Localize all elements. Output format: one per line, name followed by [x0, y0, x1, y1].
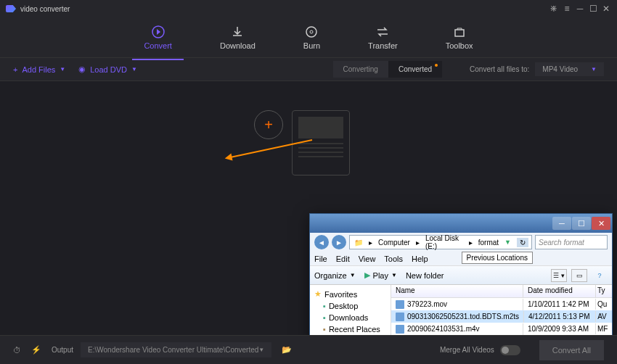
sidebar-desktop[interactable]: ▪Desktop [311, 300, 389, 312]
file-name: 090313062505231.tod.BDTS.m2ts [407, 313, 519, 320]
crumb[interactable]: Computer [377, 239, 412, 247]
logo-icon [6, 5, 16, 12]
crumb[interactable]: Local Disk (E:) [424, 234, 465, 250]
maximize-icon[interactable]: ☐ [588, 4, 598, 14]
chevron-down-icon: ▼ [131, 66, 137, 73]
file-type: MF [596, 323, 612, 334]
app-title: video converter [20, 5, 70, 13]
merge-label: Merge All Videos [440, 346, 494, 354]
tab-converted[interactable]: Converted [388, 61, 442, 78]
nav-label: Burn [303, 41, 320, 50]
minimize-icon[interactable]: ─ [552, 217, 571, 230]
close-icon[interactable]: ✕ [592, 217, 610, 230]
file-type: Qu [596, 299, 612, 310]
file-icon [396, 300, 404, 309]
folder-open-icon[interactable]: 📂 [282, 345, 292, 355]
add-circle-button[interactable]: + [254, 110, 283, 139]
disc-icon [305, 25, 318, 38]
sidebar-recent[interactable]: ▪Recent Places [311, 323, 389, 335]
menu-help[interactable]: Help [412, 255, 428, 263]
clock-icon[interactable]: ⏱ [13, 346, 21, 355]
nav-download[interactable]: Download [214, 22, 261, 53]
file-icon [396, 325, 404, 334]
address-bar[interactable]: 📁 ▸ Computer ▸ Local Disk (E:) ▸ format … [349, 235, 532, 249]
file-date: 4/12/2011 5:13 PM [524, 311, 596, 322]
svg-point-1 [306, 27, 316, 37]
download-icon [231, 25, 244, 38]
nav-label: Convert [144, 41, 172, 50]
col-name[interactable]: Name [391, 285, 523, 297]
list-header: Name Date modified Ty [391, 285, 612, 298]
explorer-titlebar: ─ ☐ ✕ [310, 214, 612, 233]
nav-toolbox[interactable]: Toolbox [440, 22, 479, 53]
file-name: 20090624103531.m4v [407, 325, 480, 333]
output-section: Output E:\Wondershare Video Converter Ul… [52, 342, 271, 357]
file-row[interactable]: 090313062505231.tod.BDTS.m2ts4/12/2011 5… [391, 310, 612, 323]
tab-converting[interactable]: Converting [333, 61, 388, 78]
app-logo: video converter [6, 5, 70, 13]
convert-all-button[interactable]: Convert All [539, 340, 604, 360]
nav-label: Toolbox [446, 41, 473, 50]
bottom-bar: ⏱ ⚡ Output E:\Wondershare Video Converte… [0, 335, 617, 364]
file-type: AV [596, 311, 612, 322]
close-icon[interactable]: ✕ [601, 4, 611, 14]
play-icon [152, 25, 165, 38]
view-mode-button[interactable]: ☰ ▾ [551, 269, 567, 282]
speed-icon[interactable]: ⚡ [31, 345, 41, 355]
file-row[interactable]: 379223.mov1/10/2011 1:42 PMQu [391, 298, 612, 310]
nav-burn[interactable]: Burn [298, 22, 326, 53]
previous-locations-tooltip: Previous Locations [462, 252, 534, 264]
search-input[interactable]: Search format [535, 235, 608, 249]
add-files-button[interactable]: + Add Files ▼ [13, 65, 65, 74]
chevron-down-icon: ▼ [258, 347, 264, 353]
maximize-icon[interactable]: ☐ [572, 217, 591, 230]
disc-small-icon: ◉ [78, 65, 86, 74]
output-path-input[interactable]: E:\Wondershare Video Converter Ultimate\… [81, 342, 271, 357]
nav-label: Transfer [368, 41, 398, 50]
col-type[interactable]: Ty [596, 285, 612, 297]
toolbar: + Add Files ▼ ◉ Load DVD ▼ Converting Co… [0, 58, 617, 81]
settings-icon[interactable]: ≡ [562, 4, 572, 14]
menu-file[interactable]: File [314, 255, 327, 263]
menu-edit[interactable]: Edit [336, 255, 350, 263]
empty-placeholder: + [254, 110, 350, 175]
new-folder-button[interactable]: New folder [406, 271, 444, 280]
forward-button[interactable]: ► [332, 235, 346, 249]
explorer-window-controls: ─ ☐ ✕ [552, 217, 610, 230]
favorites-header[interactable]: ★Favorites [311, 288, 389, 300]
chevron-down-icon: ▼ [60, 66, 65, 73]
menu-tools[interactable]: Tools [384, 255, 403, 263]
help-icon[interactable]: ? [592, 269, 608, 282]
nav-transfer[interactable]: Transfer [362, 22, 404, 53]
nav-convert[interactable]: Convert [138, 22, 178, 53]
organize-button[interactable]: Organize ▼ [314, 271, 356, 280]
load-dvd-button[interactable]: ◉ Load DVD ▼ [78, 65, 137, 74]
col-date[interactable]: Date modified [523, 285, 596, 297]
play-button[interactable]: ▶ Play ▼ [364, 270, 397, 280]
dropdown-icon[interactable]: ▼ [503, 239, 512, 246]
add-files-label: Add Files [22, 65, 55, 74]
window-controls: ⛯ ≡ ─ ☐ ✕ [549, 4, 611, 14]
main-nav: Convert Download Burn Transfer Toolbox [0, 17, 617, 58]
plus-icon: + [13, 65, 17, 74]
sidebar-downloads[interactable]: ▪Downloads [311, 312, 389, 323]
merge-toggle[interactable] [500, 345, 520, 355]
format-select[interactable]: MP4 Video ▼ [535, 62, 604, 76]
preview-pane-button[interactable]: ▭ [571, 269, 587, 282]
menu-view[interactable]: View [359, 255, 376, 263]
file-name: 379223.mov [407, 300, 447, 308]
explorer-toolbar: Organize ▼ ▶ Play ▼ New folder ☰ ▾ ▭ ? [310, 266, 612, 285]
title-bar: video converter ⛯ ≡ ─ ☐ ✕ [0, 0, 617, 17]
convert-to-label: Convert all files to: [470, 65, 529, 73]
minimize-icon[interactable]: ─ [575, 4, 585, 14]
chevron-right-icon: ▸ [467, 239, 474, 247]
refresh-icon[interactable]: ↻ [517, 238, 528, 247]
toolbox-icon [453, 25, 466, 38]
crumb[interactable]: format [477, 239, 500, 247]
back-button[interactable]: ◄ [314, 235, 329, 249]
svg-point-2 [310, 30, 313, 33]
file-row[interactable]: 20090624103531.m4v10/9/2009 9:33 AMMF [391, 323, 612, 335]
user-icon[interactable]: ⛯ [549, 4, 559, 14]
workspace: + ─ ☐ ✕ ◄ ► 📁 ▸ Computer ▸ Local Disk (E… [0, 81, 617, 335]
file-date: 10/9/2009 9:33 AM [523, 323, 596, 334]
